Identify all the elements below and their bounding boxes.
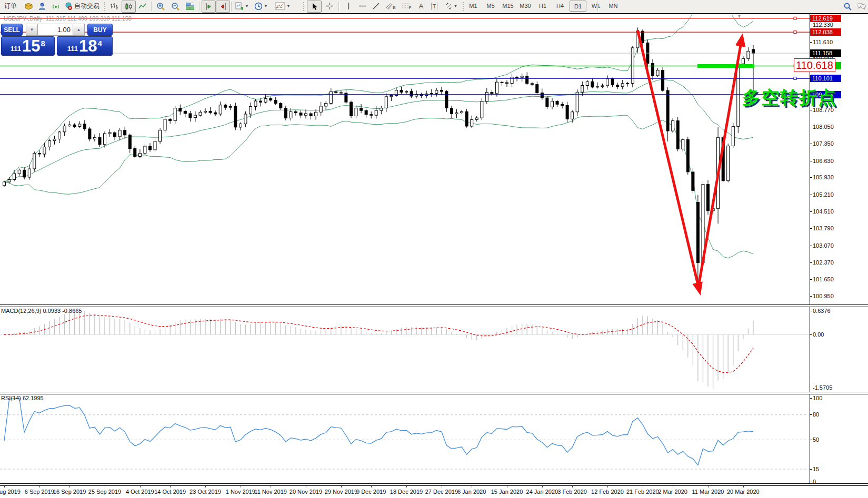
text-tool-button[interactable]: A	[415, 1, 427, 12]
chinese-annotation[interactable]: 多空转折点	[742, 86, 837, 110]
crosshair-button[interactable]	[323, 1, 336, 12]
red-down-arrow[interactable]	[637, 30, 699, 287]
volume-decrease-button[interactable]: ▼	[26, 24, 38, 36]
text-tool-letter: A	[419, 2, 424, 10]
timeframe-button-D1[interactable]: D1	[570, 1, 586, 12]
candlestick-icon	[125, 3, 133, 11]
cursor-button[interactable]	[307, 1, 322, 13]
bollinger-lower-band	[4, 115, 753, 258]
toolbar-separator	[597, 2, 598, 11]
autotrading-button[interactable]: 自动交易	[62, 1, 102, 12]
toolbar-separator	[151, 2, 152, 11]
templates-button[interactable]: ▼	[272, 1, 294, 12]
rsi-scale-label: 80	[813, 411, 819, 418]
label-tool-button[interactable]: T	[427, 1, 441, 12]
timeframe-button-M15[interactable]: M15	[500, 1, 516, 11]
horizontal-line-tool-button[interactable]	[356, 1, 368, 12]
timeframe-button-M1[interactable]: M1	[465, 1, 481, 11]
price-tick-label: 104.510	[813, 208, 834, 215]
chart-shift-icon	[205, 3, 213, 11]
macd-scale-zero: 0.00	[813, 331, 824, 338]
panel-separator[interactable]	[0, 392, 868, 394]
price-tick-label: 105.210	[813, 191, 834, 198]
signals-button[interactable]	[49, 1, 62, 12]
toolbar-separator	[199, 2, 200, 11]
bollinger-upper-band	[4, 0, 753, 182]
timeframe-button-M5[interactable]: M5	[483, 1, 498, 11]
volume-increase-button[interactable]: ▲	[73, 24, 85, 36]
indicators-icon	[275, 2, 285, 11]
macd-scale-max: 0.6376	[813, 308, 831, 314]
red-up-arrow[interactable]	[699, 42, 741, 287]
periods-button[interactable]: ▼	[253, 1, 270, 12]
panel-separator[interactable]	[0, 304, 868, 307]
panel-separator	[0, 483, 868, 486]
toolbar-grip	[463, 2, 465, 11]
horizontal-line-icon	[358, 3, 366, 9]
auto-scroll-icon	[219, 3, 227, 11]
ask-price-button[interactable]: 111 18 4	[57, 36, 113, 56]
bid-prefix: 111	[11, 45, 21, 53]
shapes-dropdown-button[interactable]: ▼	[442, 1, 460, 12]
chart-candles-button[interactable]	[122, 1, 136, 13]
candle-wicks	[4, 27, 753, 291]
chart-bars-button[interactable]	[107, 1, 121, 12]
main-toolbar: 订单 自动交易	[0, 0, 868, 13]
new-order-button[interactable]: 订单	[0, 1, 21, 12]
search-button[interactable]	[841, 1, 854, 12]
bar-chart-icon	[110, 2, 118, 10]
volume-input[interactable]	[38, 24, 73, 36]
hline-handle[interactable]	[794, 77, 796, 79]
chevron-down-icon: ▼	[245, 4, 249, 8]
hline-handle[interactable]	[794, 17, 796, 19]
date-label[interactable]: 20 Mar 2020	[720, 489, 767, 495]
person-icon	[38, 2, 46, 10]
timeframe-button-M30[interactable]: M30	[517, 1, 533, 11]
price-tick-label: 111.610	[813, 39, 833, 45]
price-tick-label: 107.350	[813, 140, 834, 147]
channel-tool-button[interactable]: E	[383, 1, 398, 12]
price-tick-label: 108.050	[813, 124, 834, 130]
channel-letter: E	[393, 5, 395, 10]
sell-button[interactable]: SELL	[1, 24, 23, 36]
price-level-tag[interactable]: 110.618	[794, 58, 835, 72]
zoom-in-button[interactable]	[154, 1, 167, 12]
hline-handle[interactable]	[794, 31, 796, 34]
price-tick-label: 103.790	[813, 225, 834, 231]
macd-scale-min: -1.5705	[813, 384, 832, 391]
zoom-out-button[interactable]	[168, 1, 182, 12]
new-chart-button[interactable]: ▼	[234, 1, 251, 12]
vertical-line-tool-button[interactable]	[342, 1, 355, 12]
timeframe-button-MN[interactable]: MN	[605, 1, 621, 11]
auto-scroll-button[interactable]	[216, 1, 230, 13]
timeframe-button-H1[interactable]: H1	[535, 1, 551, 11]
macd-label: MACD(12,26,9) 0.0933 -0.8665	[1, 308, 82, 314]
buy-button[interactable]: BUY	[87, 24, 113, 36]
chevron-down-icon: ▼	[454, 4, 458, 8]
one-click-trading-panel: SELL ▼ ▲ BUY 111 15 8 111 18 4	[1, 24, 113, 56]
fibonacci-tool-button[interactable]: F	[399, 1, 414, 12]
rsi-scale-label: 50	[813, 436, 819, 443]
price-tick-label: 103.070	[813, 242, 834, 249]
chat-icon	[856, 2, 866, 10]
rsi-line	[4, 398, 753, 465]
chart-shift-button[interactable]	[202, 1, 216, 13]
chart-line-button[interactable]	[136, 1, 149, 12]
autotrading-label: 自动交易	[74, 2, 99, 11]
timeframe-button-H4[interactable]: H4	[552, 1, 568, 11]
market-book-button[interactable]	[22, 1, 35, 12]
timeframe-button-W1[interactable]: W1	[588, 1, 604, 11]
price-tick-label: 100.950	[813, 293, 834, 299]
chart-shift-marker-icon[interactable]: ▼	[737, 14, 742, 19]
bid-price-button[interactable]: 111 15 8	[1, 36, 55, 56]
price-tick-label: 112.330	[813, 22, 833, 28]
chart-top-border	[0, 13, 868, 14]
signal-icon	[52, 2, 60, 10]
bear-candles	[23, 31, 755, 262]
trendline-tool-button[interactable]	[370, 1, 382, 12]
chat-button[interactable]	[855, 1, 867, 12]
rsi-scale-label: 100	[813, 395, 822, 401]
green-highlight-segment[interactable]	[697, 64, 754, 68]
community-button[interactable]	[36, 1, 48, 12]
tile-windows-button[interactable]	[183, 1, 197, 12]
